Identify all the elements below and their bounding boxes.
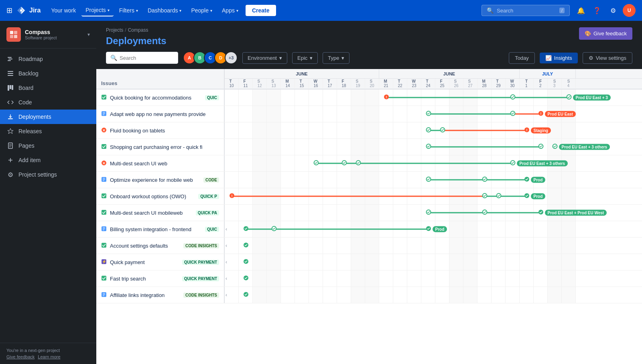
grid-icon[interactable]: ⊞ (6, 6, 12, 15)
sidebar-item-releases[interactable]: Releases (0, 124, 96, 138)
deploy-dot (440, 127, 445, 134)
deploy-dot (341, 160, 347, 167)
issue-tag: CODE INSIGHTS (183, 243, 219, 248)
svg-rect-5 (14, 35, 17, 38)
issue-label: Onboard workout options (OWO) (110, 193, 195, 199)
sidebar-item-label-deployments: Deployments (18, 114, 51, 120)
filters-chevron: ▾ (136, 8, 138, 13)
deploy-dot (426, 226, 431, 233)
create-button[interactable]: Create (246, 5, 276, 16)
day-header-4: S4 (562, 79, 576, 88)
sidebar-item-board[interactable]: Board (0, 81, 96, 95)
projects-nav[interactable]: Projects ▾ (81, 4, 114, 16)
issue-cell: Onboard workout options (OWO) QUICK P (96, 188, 225, 204)
search-bar[interactable]: 🔍 Search / (482, 5, 570, 16)
notifications-button[interactable]: 🔔 (575, 4, 587, 17)
footer-give-feedback-link[interactable]: Give feedback (6, 354, 35, 359)
deploy-end-label: Prod (531, 177, 546, 183)
issue-cell: ✕ Fluid booking on tablets (96, 122, 225, 138)
search-input-wrapper[interactable]: 🔍 (106, 52, 178, 64)
issue-tag: QUICK P (198, 194, 219, 199)
day-header-23: W23 (407, 79, 421, 88)
avatar-more[interactable]: +3 (225, 51, 238, 64)
sidebar-item-deployments[interactable]: Deployments (0, 110, 96, 124)
table-row: ⚡ Quick payment QUICK PAYMENT ‹ (96, 254, 642, 270)
sidebar-item-backlog[interactable]: Backlog (0, 66, 96, 81)
breadcrumb-compass[interactable]: Compass (128, 27, 148, 33)
svg-rect-12 (8, 85, 9, 91)
type-filter[interactable]: Type ▾ (323, 52, 349, 64)
filters-nav[interactable]: Filters ▾ (115, 5, 142, 16)
your-work-nav[interactable]: Your work (47, 5, 80, 16)
svg-rect-2 (10, 31, 13, 34)
issue-label: Quick booking for accommodations (110, 95, 202, 101)
issue-label: Shopping cart purchasing error - quick f… (110, 144, 219, 150)
breadcrumb-projects[interactable]: Projects (106, 27, 123, 33)
deploy-end-label: Prod EU East + 3 others (517, 161, 568, 167)
insights-button[interactable]: 📈 Insights (540, 53, 578, 63)
projects-chevron: ▾ (108, 8, 110, 12)
table-row: Account settings defaults CODE INSIGHTS … (96, 238, 642, 254)
month-july: JULY (520, 69, 576, 78)
sidebar-item-roadmap[interactable]: Roadmap (0, 52, 96, 66)
issue-label: Fast trip search (110, 276, 179, 282)
issue-label: Quick payment (110, 259, 179, 265)
deploy-dot: ! (524, 127, 530, 134)
scroll-left-indicator[interactable]: ‹ (226, 226, 227, 232)
sidebar-project-chevron[interactable]: ▾ (87, 32, 90, 37)
code-icon (6, 98, 14, 106)
day-header-27: S27 (463, 79, 477, 88)
main-content: Projects / Compass Deployments 🎨 Give fe… (96, 21, 642, 364)
deploy-dot (426, 177, 431, 183)
deploy-end-label: Prod EU East + 3 others (559, 144, 610, 150)
day-header-10: T10 (225, 79, 239, 88)
gantt-timeline-cell: Prod EU East + 3 others (225, 155, 642, 171)
issue-tag: CODE (203, 177, 219, 183)
give-feedback-button[interactable]: 🎨 Give feedback (579, 27, 632, 40)
scroll-left-indicator[interactable]: ‹ (226, 259, 227, 265)
epic-filter[interactable]: Epic ▾ (292, 52, 318, 64)
issue-cell: Billing system integration - frontend QU… (96, 221, 225, 237)
day-header-19: S19 (351, 79, 365, 88)
dashboards-nav[interactable]: Dashboards ▾ (144, 5, 186, 16)
add-item-icon (6, 156, 14, 164)
sidebar-project-header[interactable]: Compass Software project ▾ (0, 21, 96, 49)
svg-rect-11 (8, 75, 13, 76)
deploy-dot (356, 160, 361, 167)
issue-label: Fluid booking on tablets (110, 128, 219, 134)
day-header-18: F18 (337, 79, 351, 88)
search-input[interactable] (120, 55, 174, 61)
feedback-icon: 🎨 (585, 31, 591, 37)
people-nav[interactable]: People ▾ (187, 5, 216, 16)
issue-type-icon (101, 193, 107, 200)
settings-button[interactable]: ⚙ (607, 4, 620, 17)
epic-chevron-icon: ▾ (310, 55, 313, 61)
gantt-chart[interactable]: Issues JUNEJUNEJULY T10 F11 S12 S13 M14 … (96, 69, 642, 364)
scroll-left-indicator[interactable]: ‹ (226, 243, 227, 248)
issue-type-icon: ✕ (101, 127, 107, 134)
issue-type-icon (101, 226, 107, 233)
gantt-timeline-cell: ‹ (225, 287, 642, 303)
user-avatar[interactable]: U (623, 4, 636, 17)
jira-logo[interactable]: Jira (16, 5, 41, 16)
search-text: Search (497, 8, 556, 14)
project-name: Compass (25, 29, 83, 35)
sidebar-item-pages[interactable]: Pages (0, 138, 96, 153)
apps-nav[interactable]: Apps ▾ (218, 5, 242, 16)
footer-learn-more-link[interactable]: Learn more (38, 354, 60, 359)
today-button[interactable]: Today (509, 52, 535, 64)
scroll-left-indicator[interactable]: ‹ (226, 276, 227, 281)
help-button[interactable]: ❓ (591, 4, 603, 17)
deploy-dot (566, 94, 572, 101)
scroll-left-indicator[interactable]: ‹ (226, 292, 227, 298)
search-shortcut: / (559, 8, 565, 13)
sidebar-navigation: Roadmap Backlog Board Code (0, 49, 96, 343)
deploy-dot (482, 209, 488, 216)
issue-cell: Account settings defaults CODE INSIGHTS (96, 238, 225, 254)
sidebar-item-code[interactable]: Code (0, 95, 96, 110)
view-settings-button[interactable]: ⚙ View settings (583, 52, 632, 64)
sidebar-item-add-item[interactable]: Add item (0, 153, 96, 167)
sidebar-item-project-settings[interactable]: ⚙ Project settings (0, 167, 96, 182)
deploy-end-label: Prod (531, 193, 546, 199)
environment-filter[interactable]: Environment ▾ (242, 52, 287, 64)
